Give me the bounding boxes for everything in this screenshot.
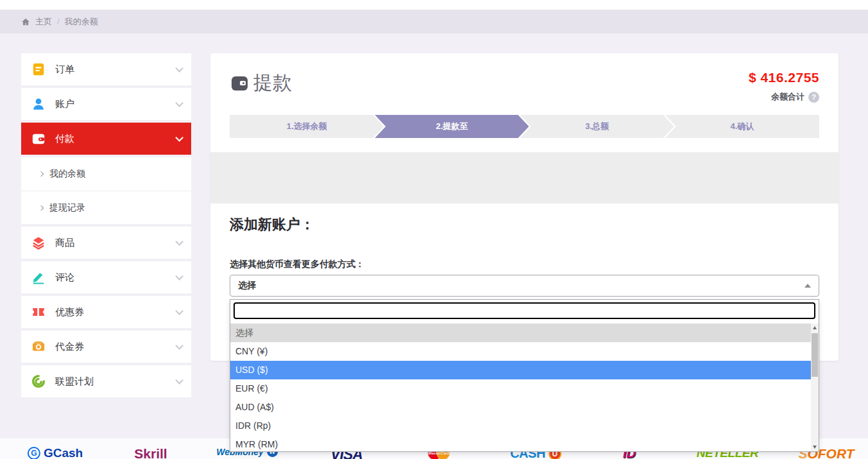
chevron-right-icon xyxy=(38,205,44,210)
layers-icon xyxy=(31,236,46,250)
chevron-down-icon xyxy=(175,238,183,246)
sidebar: 订单 账户 付款 我的余额 提现记录 xyxy=(21,53,191,400)
skrill-logo: Skrill xyxy=(134,446,167,459)
sidebar-item-label: 账户 xyxy=(55,98,74,110)
step-confirm[interactable]: 4.确认 xyxy=(665,115,819,138)
option-usd[interactable]: USD ($) xyxy=(230,361,811,379)
currency-dropdown: 选择 CNY (¥) USD ($) EUR (€) AUD (A$) IDR … xyxy=(230,299,819,452)
chevron-right-icon xyxy=(38,171,44,177)
chevron-down-icon xyxy=(175,376,183,385)
breadcrumb-home[interactable]: 主页 xyxy=(35,16,52,28)
option-aud[interactable]: AUD (A$) xyxy=(230,398,811,417)
card-title-row: 提款 xyxy=(232,70,292,96)
dropdown-search-input[interactable] xyxy=(234,302,815,319)
gcash-logo: G GCash xyxy=(28,446,83,459)
sidebar-item-label: 订单 xyxy=(55,64,74,76)
section-title: 添加新账户： xyxy=(230,215,314,234)
pen-icon xyxy=(31,270,46,284)
currency-select[interactable]: 选择 xyxy=(230,275,819,297)
sidebar-item-coupons[interactable]: 优惠券 xyxy=(21,296,191,328)
option-placeholder[interactable]: 选择 xyxy=(230,324,811,342)
option-cny[interactable]: CNY (¥) xyxy=(230,342,811,361)
option-myr[interactable]: MYR (RM) xyxy=(230,435,811,451)
gcash-icon: G xyxy=(28,447,40,459)
sidebar-submenu-payments: 我的余额 提现记录 xyxy=(21,157,191,224)
empty-panel xyxy=(210,152,838,204)
chevron-down-icon xyxy=(175,272,183,281)
currency-select-label: 选择其他货币查看更多付款方式： xyxy=(230,259,364,270)
scrollbar-down-arrow[interactable] xyxy=(811,443,819,451)
affiliate-icon xyxy=(31,374,46,388)
scrollbar-thumb[interactable] xyxy=(812,333,818,377)
sidebar-item-payments[interactable]: 付款 xyxy=(21,123,191,155)
chevron-down-icon xyxy=(175,99,183,107)
balance-amount: $ 416.2755 xyxy=(749,70,819,85)
currency-options-list: 选择 CNY (¥) USD ($) EUR (€) AUD (A$) IDR … xyxy=(230,324,811,451)
dropdown-scrollbar[interactable] xyxy=(811,324,819,451)
clipboard-icon xyxy=(31,62,46,76)
option-idr[interactable]: IDR (Rp) xyxy=(230,417,811,435)
sidebar-subitem-label: 我的余额 xyxy=(49,168,85,180)
sidebar-item-label: 代金券 xyxy=(55,341,84,353)
wizard-steps: 1.选择余额 2.提款至 3.总额 4.确认 xyxy=(230,115,819,138)
chevron-down-icon xyxy=(175,307,183,315)
sidebar-subitem-my-balance[interactable]: 我的余额 xyxy=(21,157,191,191)
currency-select-value: 选择 xyxy=(238,280,256,291)
sidebar-item-label: 优惠券 xyxy=(55,306,84,318)
top-strip xyxy=(0,0,868,10)
cash-icon xyxy=(31,340,46,354)
sidebar-item-label: 联盟计划 xyxy=(55,376,94,388)
ticket-icon xyxy=(31,305,46,319)
page-title: 提款 xyxy=(253,70,292,96)
wallet-icon xyxy=(31,132,46,146)
sidebar-item-reviews[interactable]: 评论 xyxy=(21,261,191,293)
sidebar-item-vouchers[interactable]: 代金券 xyxy=(21,331,191,363)
balance-label: 余额合计 xyxy=(771,91,804,103)
sidebar-item-orders[interactable]: 订单 xyxy=(21,53,191,85)
step-total[interactable]: 3.总额 xyxy=(520,115,674,138)
sidebar-item-products[interactable]: 商品 xyxy=(21,227,191,259)
sidebar-subitem-withdrawal-records[interactable]: 提现记录 xyxy=(21,191,191,224)
sidebar-item-label: 商品 xyxy=(55,237,74,249)
breadcrumb: 主页 / 我的余额 xyxy=(0,10,868,33)
breadcrumb-separator: / xyxy=(57,17,60,26)
caret-up-icon xyxy=(804,284,811,288)
chevron-down-icon xyxy=(175,342,183,350)
sidebar-subitem-label: 提现记录 xyxy=(49,202,85,214)
sidebar-item-label: 评论 xyxy=(55,272,74,284)
option-eur[interactable]: EUR (€) xyxy=(230,379,811,398)
sidebar-item-affiliate[interactable]: 联盟计划 xyxy=(21,365,191,397)
home-icon xyxy=(21,17,30,26)
wallet-title-icon xyxy=(232,76,248,91)
sidebar-item-label: 付款 xyxy=(55,133,74,145)
scrollbar-up-arrow[interactable] xyxy=(811,324,819,332)
balance-summary: $ 416.2755 余额合计 ? xyxy=(749,70,819,103)
step-select-balance[interactable]: 1.选择余额 xyxy=(230,115,384,138)
help-icon[interactable]: ? xyxy=(808,92,819,103)
chevron-icon xyxy=(175,134,183,142)
chevron-down-icon xyxy=(175,64,183,73)
sidebar-item-account[interactable]: 账户 xyxy=(21,88,191,120)
user-icon xyxy=(31,97,46,111)
step-withdraw-to[interactable]: 2.提款至 xyxy=(375,115,529,138)
breadcrumb-current: 我的余额 xyxy=(65,16,98,28)
